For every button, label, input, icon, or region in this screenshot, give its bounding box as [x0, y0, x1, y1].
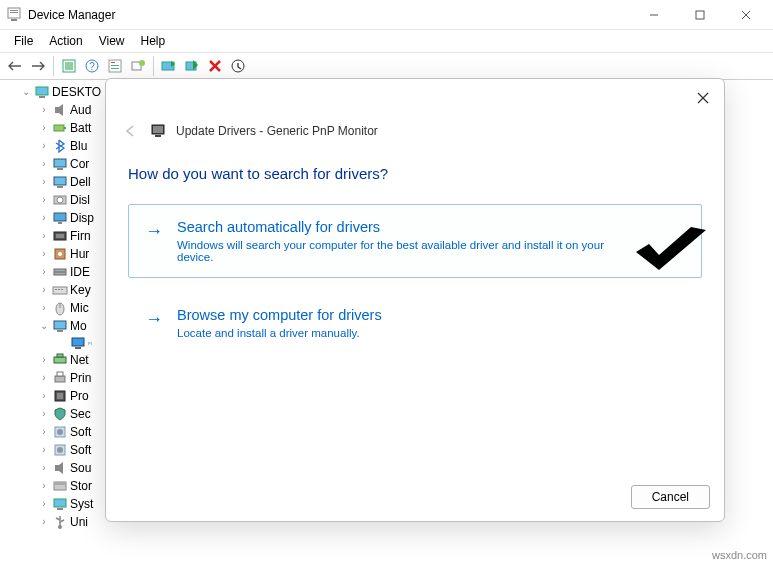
network-icon	[52, 352, 68, 368]
expand-icon[interactable]: ›	[38, 387, 50, 405]
svg-rect-48	[54, 321, 66, 329]
node-label	[88, 342, 92, 344]
node-label: IDE	[70, 263, 90, 281]
menu-action[interactable]: Action	[41, 32, 90, 50]
svg-rect-15	[111, 68, 119, 69]
update-driver-icon[interactable]	[158, 55, 180, 77]
bluetooth-icon	[52, 138, 68, 154]
collapse-icon[interactable]: ⌄	[20, 83, 32, 101]
option-desc: Locate and install a driver manually.	[177, 327, 382, 339]
app-icon	[6, 7, 22, 23]
expand-icon[interactable]: ›	[38, 137, 50, 155]
svg-rect-66	[57, 508, 63, 510]
expand-icon[interactable]: ›	[38, 191, 50, 209]
svg-rect-73	[155, 135, 161, 137]
svg-rect-26	[54, 125, 64, 131]
expand-icon[interactable]: ›	[38, 281, 50, 299]
svg-rect-24	[39, 96, 45, 98]
expand-icon[interactable]: ›	[38, 299, 50, 317]
update-drivers-dialog: Update Drivers - Generic PnP Monitor How…	[105, 78, 725, 522]
menu-view[interactable]: View	[91, 32, 133, 50]
uninstall-icon[interactable]	[204, 55, 226, 77]
svg-rect-3	[11, 19, 17, 21]
svg-rect-52	[54, 357, 66, 363]
node-label: Dell	[70, 173, 91, 191]
enable-device-icon[interactable]	[181, 55, 203, 77]
expand-icon[interactable]: ›	[38, 351, 50, 369]
back-button[interactable]	[4, 55, 26, 77]
svg-rect-23	[36, 87, 48, 95]
expand-icon[interactable]: ›	[38, 209, 50, 227]
hid-icon	[52, 246, 68, 262]
display-icon	[52, 210, 68, 226]
cancel-button[interactable]: Cancel	[631, 485, 710, 509]
keyboard-icon	[52, 282, 68, 298]
disable-icon[interactable]	[227, 55, 249, 77]
menu-file[interactable]: File	[6, 32, 41, 50]
expand-icon[interactable]: ›	[38, 155, 50, 173]
dialog-close-button[interactable]	[690, 85, 716, 111]
svg-point-17	[139, 60, 145, 66]
svg-rect-28	[54, 159, 66, 167]
storage-icon	[52, 478, 68, 494]
svg-rect-43	[55, 289, 57, 290]
computer-icon	[34, 84, 50, 100]
close-button[interactable]	[723, 0, 769, 30]
svg-rect-2	[10, 12, 18, 13]
maximize-button[interactable]	[677, 0, 723, 30]
expand-icon[interactable]: ›	[38, 423, 50, 441]
svg-rect-37	[56, 234, 64, 238]
annotation-checkmark-icon	[631, 222, 711, 282]
monitor-icon	[52, 156, 68, 172]
arrow-right-icon: →	[145, 221, 163, 263]
forward-button[interactable]	[27, 55, 49, 77]
expand-icon[interactable]: ›	[38, 369, 50, 387]
expand-icon[interactable]: ›	[38, 263, 50, 281]
svg-rect-42	[53, 287, 67, 294]
arrow-right-icon: →	[145, 309, 163, 339]
svg-rect-65	[54, 499, 66, 507]
option-title: Browse my computer for drivers	[177, 307, 382, 323]
menu-help[interactable]: Help	[133, 32, 174, 50]
svg-rect-25	[55, 107, 59, 113]
expand-icon[interactable]: ›	[38, 245, 50, 263]
dialog-question: How do you want to search for drivers?	[128, 165, 702, 182]
help-icon[interactable]: ?	[81, 55, 103, 77]
expand-icon[interactable]: ›	[38, 405, 50, 423]
mouse-icon	[52, 300, 68, 316]
option-browse-computer[interactable]: → Browse my computer for drivers Locate …	[128, 292, 702, 354]
speaker-icon	[52, 102, 68, 118]
watermark: wsxdn.com	[712, 549, 767, 561]
computer-icon	[52, 496, 68, 512]
expand-icon[interactable]: ›	[38, 119, 50, 137]
printer-icon	[52, 370, 68, 386]
expand-icon[interactable]: ›	[38, 101, 50, 119]
node-label: Cor	[70, 155, 89, 173]
scan-icon[interactable]	[127, 55, 149, 77]
monitor-icon	[52, 174, 68, 190]
svg-rect-31	[57, 186, 63, 188]
option-desc: Windows will search your computer for th…	[177, 239, 607, 263]
svg-rect-30	[54, 177, 66, 185]
option-search-automatically[interactable]: → Search automatically for drivers Windo…	[128, 204, 702, 278]
expand-icon[interactable]: ›	[38, 459, 50, 477]
svg-rect-51	[75, 347, 81, 349]
monitor-icon	[52, 318, 68, 334]
monitor-blue-icon	[70, 335, 86, 351]
node-label: Stor	[70, 477, 92, 495]
expand-icon[interactable]: ›	[38, 173, 50, 191]
expand-icon[interactable]: ›	[38, 441, 50, 459]
dialog-back-icon[interactable]	[124, 124, 140, 138]
node-label: Syst	[70, 495, 93, 513]
expand-icon[interactable]: ›	[38, 513, 50, 531]
minimize-button[interactable]	[631, 0, 677, 30]
expand-icon[interactable]: ›	[38, 495, 50, 513]
node-label: Disl	[70, 191, 90, 209]
svg-point-59	[57, 429, 63, 435]
show-all-icon[interactable]	[58, 55, 80, 77]
expand-icon[interactable]: ›	[38, 227, 50, 245]
properties-icon[interactable]	[104, 55, 126, 77]
expand-icon[interactable]: ⌄	[38, 317, 50, 335]
expand-icon[interactable]: ›	[38, 477, 50, 495]
security-icon	[52, 406, 68, 422]
